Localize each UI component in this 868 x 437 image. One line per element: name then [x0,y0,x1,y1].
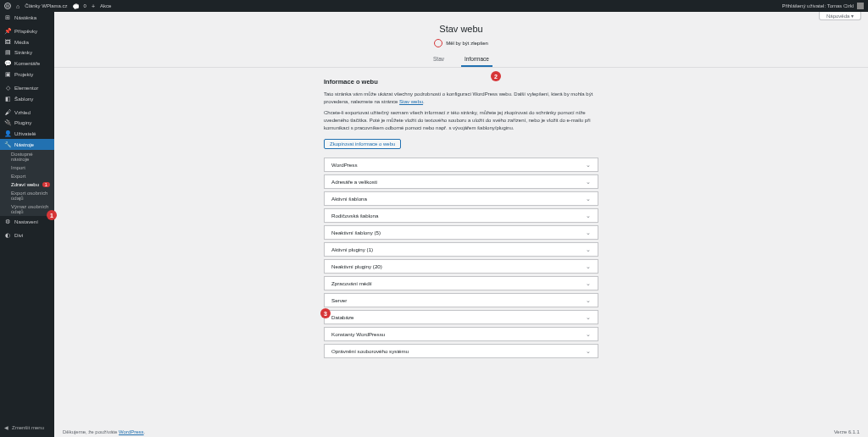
sidebar-item-projects[interactable]: ▣Projekty [0,69,54,80]
accordion-label: Rodičovská šablona [331,213,378,218]
collapse-label: Zmenšit menu [12,425,44,430]
sidebar-sub-available-tools[interactable]: Dostupné nástroje [0,150,54,163]
avatar[interactable] [857,3,864,9]
screen-meta: Nápověda ▾ [54,12,868,20]
sidebar-item-users[interactable]: 👤Uživatelé [0,128,54,139]
chevron-down-icon: ⌄ [586,246,591,253]
comment-icon: 💬 [4,60,11,67]
sidebar-sub-import[interactable]: Import [0,163,54,172]
callout-2: 2 [491,71,501,81]
status-circle-icon [434,39,442,47]
page-title: Stav webu [54,24,868,34]
sidebar-sub-export-personal[interactable]: Export osobních údajů [0,189,54,202]
sidebar-item-label: Média [14,39,29,45]
sidebar-item-plugins[interactable]: 🔌Pluginy [0,117,54,128]
gear-icon: ⚙ [4,218,11,225]
page-icon: ▤ [4,49,11,56]
main-content: Nápověda ▾ Stav webu Měl by být zlepšen … [54,12,868,437]
info-section: Informace o webu Tato stránka vám může u… [324,78,598,358]
info-paragraph-1: Tato stránka vám může ukázat všechny pod… [324,91,598,106]
accordion-filesystem[interactable]: Oprávnění souborového systému⌄ [324,344,598,358]
chevron-down-icon: ⌄ [586,314,591,321]
sidebar-item-dashboard[interactable]: ⊞Nástěnka [0,12,54,23]
chevron-down-icon: ⌄ [586,230,591,236]
chevron-down-icon: ⌄ [586,179,591,185]
site-title[interactable]: Články WPlama.cz [25,3,67,8]
footer-text: Děkujeme, že používáte [63,429,119,434]
accordion-inactive-plugins[interactable]: Neaktivní pluginy (20)⌄ [324,259,598,274]
wp-logo-icon[interactable]: W [4,3,11,9]
sidebar-item-label: Šablony [14,96,33,102]
sidebar-item-templates[interactable]: ◧Šablony [0,93,54,104]
sidebar-item-label: Vzhled [14,109,31,115]
topbar-right: Přihlášený uživatel: Tomas Cirkl [782,3,864,9]
sidebar-item-label: Elementor [14,85,38,91]
sidebar-item-pages[interactable]: ▤Stránky [0,47,54,58]
admin-sidebar: ⊞Nástěnka 📌Příspěvky 🖼Média ▤Stránky 💬Ko… [0,12,54,437]
wrench-icon: 🔧 [4,141,11,148]
accordion-database[interactable]: Databáze⌄ [324,310,598,324]
site-health-link[interactable]: Stav webu [399,99,423,104]
collapse-menu[interactable]: ◀Zmenšit menu [0,423,54,432]
plus-icon[interactable] [92,3,95,9]
dashboard-icon: ⊞ [4,14,11,21]
accordion-active-theme[interactable]: Aktivní šablona⌄ [324,191,598,206]
accordion-inactive-themes[interactable]: Neaktivní šablony (5)⌄ [324,225,598,240]
accordion-parent-theme[interactable]: Rodičovská šablona⌄ [324,208,598,223]
comment-count[interactable]: 0 [84,3,86,8]
accordion-label: Adresáře a velikosti [331,179,377,185]
sidebar-item-label: Uživatelé [14,130,36,136]
accordion-active-plugins[interactable]: Aktivní pluginy (1)⌄ [324,242,598,257]
user-icon: 👤 [4,130,11,137]
footer-version: Verze 6.1.1 [834,429,860,434]
status-text: Měl by být zlepšen [446,41,488,46]
copy-info-button[interactable]: Zkopírovat informace o webu [324,139,401,149]
home-icon[interactable] [16,3,19,9]
accordion-label: Konstanty WordPressu [331,331,385,337]
tab-status[interactable]: Stav [430,53,448,67]
accordion-constants[interactable]: Konstanty WordPressu⌄ [324,327,598,341]
new-label[interactable]: Akce [100,3,111,8]
callout-3: 3 [320,308,331,318]
sidebar-item-label: Stránky [14,49,32,55]
chevron-down-icon: ⌄ [586,196,591,202]
chevron-down-icon: ⌄ [586,263,591,270]
admin-footer: Děkujeme, že používáte WordPress. Verze … [54,427,868,437]
sidebar-item-appearance[interactable]: 🖌Vzhled [0,107,54,117]
pin-icon: 📌 [4,28,11,35]
wordpress-link[interactable]: WordPress [119,429,144,434]
comment-icon[interactable] [73,3,79,9]
tab-info[interactable]: Informace [461,53,492,67]
topbar-left: W Články WPlama.cz 0 Akce [4,3,111,9]
sidebar-sub-site-health[interactable]: Zdraví webu 1 [0,180,54,189]
accordion-label: Aktivní šablona [331,196,367,202]
elementor-icon: ◇ [4,85,11,91]
callout-1: 1 [47,210,57,220]
sidebar-item-divi[interactable]: ◐Divi [0,230,54,241]
sidebar-item-settings[interactable]: ⚙Nastavení [0,216,54,227]
sidebar-item-comments[interactable]: 💬Komentáře [0,58,54,69]
chevron-down-icon: ⌄ [586,348,591,355]
sidebar-sub-export[interactable]: Export [0,172,54,180]
sidebar-item-label: Nástroje [14,141,34,147]
accordion-wordpress[interactable]: WordPress⌄ [324,158,598,172]
sidebar-sub-label: Zdraví webu [11,182,39,187]
chevron-down-icon: ⌄ [586,331,591,338]
accordion-media[interactable]: Zpracování médií⌄ [324,276,598,290]
sidebar-item-elementor[interactable]: ◇Elementor [0,82,54,93]
plug-icon: 🔌 [4,119,11,126]
accordion-label: Server [331,297,347,303]
section-heading: Informace o webu [324,78,598,86]
sidebar-item-label: Komentáře [14,60,40,66]
chevron-down-icon: ⌄ [586,213,591,219]
sidebar-item-tools[interactable]: 🔧Nástroje [0,139,54,150]
sidebar-item-posts[interactable]: 📌Příspěvky [0,25,54,36]
help-tab[interactable]: Nápověda ▾ [819,12,861,20]
greeting[interactable]: Přihlášený uživatel: Tomas Cirkl [782,3,854,8]
sidebar-item-label: Projekty [14,71,33,77]
accordion-label: WordPress [331,162,358,168]
accordion-server[interactable]: Server⌄ [324,293,598,307]
sidebar-item-media[interactable]: 🖼Média [0,36,54,47]
projects-icon: ▣ [4,71,11,78]
accordion-directories[interactable]: Adresáře a velikosti⌄ [324,174,598,189]
